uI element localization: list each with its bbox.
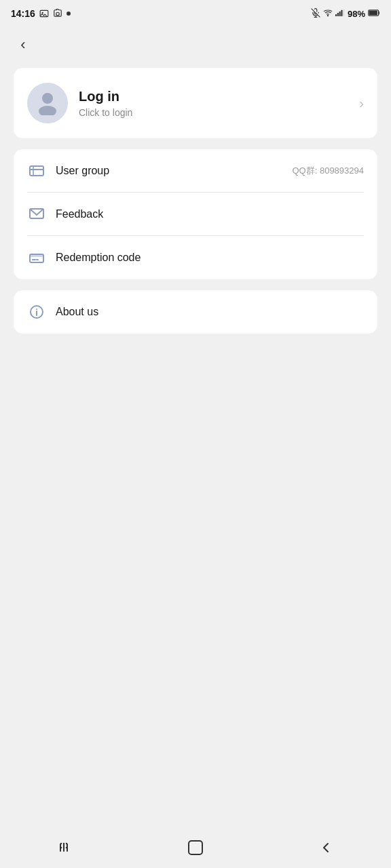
svg-point-13	[39, 106, 56, 115]
status-bar: 14:16 98%	[0, 0, 391, 27]
feedback-label: Feedback	[56, 208, 364, 220]
chevron-right-icon: ›	[359, 96, 364, 111]
status-indicators: 98%	[311, 8, 380, 20]
back-nav-button[interactable]	[305, 834, 346, 861]
svg-point-2	[56, 12, 59, 16]
signal-icon	[335, 8, 345, 20]
svg-point-4	[327, 15, 328, 16]
home-icon	[187, 839, 204, 856]
svg-rect-31	[60, 844, 61, 852]
redemption-label: Redemption code	[56, 252, 364, 264]
avatar	[27, 83, 68, 123]
login-card[interactable]: Log in Click to login ›	[14, 68, 377, 138]
user-group-label: User group	[56, 165, 292, 177]
login-row[interactable]: Log in Click to login ›	[14, 68, 377, 138]
svg-rect-14	[30, 166, 43, 176]
battery-text: 98%	[348, 9, 365, 19]
wifi-icon	[323, 8, 333, 20]
about-label: About us	[56, 306, 364, 318]
mute-icon	[311, 8, 320, 20]
svg-rect-9	[343, 9, 344, 16]
menu-item-feedback[interactable]: Feedback	[14, 193, 377, 236]
svg-rect-7	[339, 11, 341, 16]
svg-point-24	[36, 309, 37, 310]
login-title: Log in	[79, 89, 359, 104]
camera-icon	[53, 9, 62, 18]
svg-rect-8	[341, 9, 342, 16]
bottom-nav-bar	[0, 830, 391, 868]
feedback-icon	[27, 205, 46, 224]
battery-icon	[368, 9, 380, 19]
menu-card: User group QQ群: 809893294 Feedback	[14, 149, 377, 279]
redemption-code-icon	[27, 248, 46, 267]
photo-icon	[39, 9, 49, 18]
menu-item-user-group[interactable]: User group QQ群: 809893294	[14, 149, 377, 193]
back-nav-icon	[318, 840, 334, 856]
about-card: About us	[14, 290, 377, 334]
recent-apps-icon	[57, 840, 73, 856]
back-button[interactable]: ‹	[11, 33, 35, 57]
user-group-value: QQ群: 809893294	[292, 165, 364, 177]
svg-rect-6	[337, 13, 339, 16]
login-subtitle: Click to login	[79, 107, 359, 118]
home-button[interactable]	[175, 834, 216, 861]
notification-dot	[67, 12, 71, 16]
avatar-icon	[34, 88, 61, 118]
back-icon: ‹	[20, 37, 25, 52]
svg-rect-11	[369, 10, 377, 15]
svg-point-12	[42, 93, 53, 104]
svg-rect-34	[189, 841, 202, 854]
svg-rect-32	[63, 844, 64, 852]
svg-point-1	[41, 12, 43, 14]
menu-item-redemption[interactable]: Redemption code	[14, 236, 377, 279]
menu-item-about[interactable]: About us	[14, 290, 377, 334]
recent-apps-button[interactable]	[45, 834, 86, 861]
login-text-block: Log in Click to login	[79, 89, 359, 118]
top-nav-bar: ‹	[0, 27, 391, 62]
svg-rect-19	[30, 254, 43, 257]
svg-rect-5	[335, 14, 337, 16]
user-group-icon	[27, 161, 46, 180]
info-icon	[27, 302, 46, 321]
status-time: 14:16	[11, 8, 71, 19]
svg-rect-33	[67, 844, 68, 852]
main-content: Log in Click to login › User group QQ群: …	[0, 62, 391, 830]
